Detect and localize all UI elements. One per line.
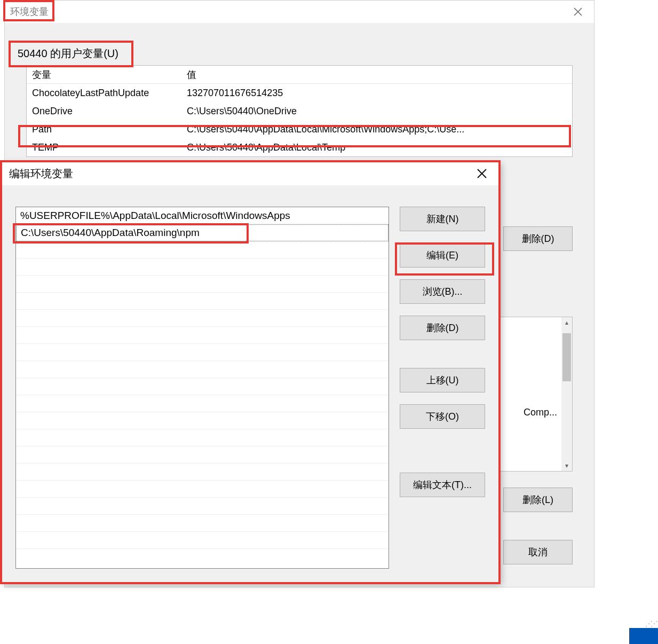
env-titlebar: 环境变量 (5, 1, 594, 23)
list-item[interactable] (16, 412, 389, 429)
edit-titlebar: 编辑环境变量 (2, 162, 499, 185)
edit-env-var-dialog: 编辑环境变量 %USERPROFILE%\AppData\Local\Micro… (1, 161, 500, 583)
list-item[interactable] (16, 344, 389, 361)
scrollbar[interactable]: ▴ ▾ (561, 317, 572, 471)
resize-grip-icon[interactable]: ⋰⋰ (645, 619, 656, 628)
user-vars-section-label: 50440 的用户变量(U) (18, 46, 594, 61)
path-listbox[interactable]: %USERPROFILE%\AppData\Local\Microsoft\Wi… (15, 207, 389, 569)
list-item[interactable] (16, 293, 389, 310)
sys-row-fragment: Comp... (524, 407, 557, 418)
scroll-up-icon[interactable]: ▴ (561, 317, 572, 328)
list-item[interactable] (16, 276, 389, 293)
move-up-button[interactable]: 上移(U) (400, 368, 485, 392)
close-icon[interactable] (567, 1, 589, 22)
list-item[interactable] (16, 361, 389, 378)
move-down-button[interactable]: 下移(O) (400, 404, 485, 429)
table-header: 变量 值 (27, 66, 572, 84)
delete-sys-var-button[interactable]: 删除(L) (503, 488, 573, 512)
list-item[interactable] (16, 498, 389, 515)
new-button[interactable]: 新建(N) (400, 207, 485, 231)
list-item[interactable] (16, 327, 389, 344)
browse-button[interactable]: 浏览(B)... (400, 279, 485, 304)
scroll-track[interactable] (561, 328, 572, 460)
list-item[interactable] (16, 310, 389, 327)
table-row[interactable]: TEMP C:\Users\50440\AppData\Local\Temp (27, 138, 572, 156)
delete-user-var-button[interactable]: 删除(D) (503, 226, 573, 251)
edit-text-button[interactable]: 编辑文本(T)... (400, 473, 485, 497)
env-dialog-title: 环境变量 (10, 5, 567, 18)
col-header-variable: 变量 (27, 68, 181, 81)
edit-dialog-title: 编辑环境变量 (9, 167, 471, 181)
list-item[interactable] (16, 446, 389, 464)
edit-dialog-button-column: 新建(N) 编辑(E) 浏览(B)... 删除(D) 上移(U) 下移(O) 编… (400, 207, 485, 569)
table-row[interactable]: OneDrive C:\Users\50440\OneDrive (27, 102, 572, 120)
user-vars-table[interactable]: 变量 值 ChocolateyLastPathUpdate 1327070116… (26, 65, 573, 157)
list-item[interactable] (16, 464, 389, 481)
list-item[interactable]: %USERPROFILE%\AppData\Local\Microsoft\Wi… (16, 207, 389, 224)
list-item[interactable] (16, 258, 389, 276)
list-item[interactable] (16, 241, 389, 258)
cancel-button[interactable]: 取消 (503, 540, 573, 564)
edit-button[interactable]: 编辑(E) (400, 243, 485, 268)
col-header-value: 值 (181, 68, 572, 81)
close-icon[interactable] (471, 163, 493, 184)
list-item[interactable] (16, 481, 389, 498)
list-item[interactable] (16, 532, 389, 549)
list-item[interactable] (16, 395, 389, 412)
scroll-down-icon[interactable]: ▾ (561, 460, 572, 471)
list-item[interactable]: C:\Users\50440\AppData\Roaming\npm (16, 224, 389, 241)
accent-bar (629, 628, 658, 644)
list-item[interactable] (16, 515, 389, 532)
delete-button[interactable]: 删除(D) (400, 316, 485, 340)
table-row[interactable]: Path C:\Users\50440\AppData\Local\Micros… (27, 120, 572, 138)
list-item[interactable] (16, 378, 389, 395)
scroll-thumb[interactable] (562, 333, 571, 381)
list-item[interactable] (16, 429, 389, 446)
table-row[interactable]: ChocolateyLastPathUpdate 132707011676514… (27, 84, 572, 102)
